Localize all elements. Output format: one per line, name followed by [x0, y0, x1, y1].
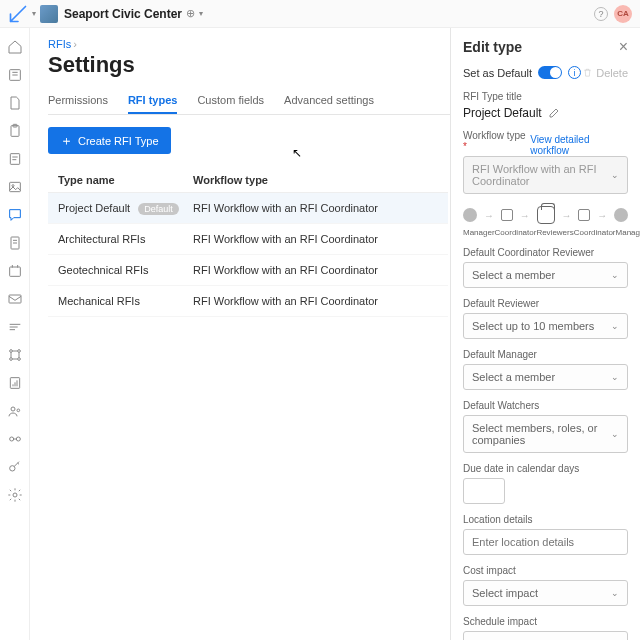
svg-point-9	[9, 350, 12, 353]
svg-point-15	[17, 409, 20, 412]
coord-reviewer-label: Default Coordinator Reviewer	[463, 247, 628, 258]
nav-rfi-icon[interactable]	[2, 202, 28, 228]
watchers-label: Default Watchers	[463, 400, 628, 411]
edit-icon[interactable]	[548, 107, 560, 119]
chevron-down-icon: ⌄	[611, 429, 619, 439]
create-rfi-type-button[interactable]: ＋ Create RFI Type	[48, 127, 171, 154]
breadcrumb-root[interactable]: RFIs	[48, 38, 71, 50]
arrow-icon: →	[597, 210, 607, 221]
svg-point-18	[9, 466, 14, 471]
due-date-label: Due date in calendar days	[463, 463, 628, 474]
workflow-labels: Manager Coordinator Reviewers Coordinato…	[463, 228, 628, 237]
wf-node-manager-start	[463, 208, 477, 222]
coord-reviewer-select[interactable]: Select a member⌄	[463, 262, 628, 288]
nav-members-icon[interactable]	[2, 398, 28, 424]
tab-custom-fields[interactable]: Custom fields	[197, 88, 264, 114]
project-name[interactable]: Seaport Civic Center	[64, 7, 182, 21]
topbar: ▾ Seaport Civic Center ⊕ ▾ ? CA	[0, 0, 640, 28]
reviewer-label: Default Reviewer	[463, 298, 628, 309]
table-row[interactable]: Project Default Default RFI Workflow wit…	[48, 193, 448, 224]
chevron-down-icon: ⌄	[611, 170, 619, 180]
create-button-label: Create RFI Type	[78, 135, 159, 147]
table-row[interactable]: Geotechnical RFIs RFI Workflow with an R…	[48, 255, 448, 286]
nav-key-icon[interactable]	[2, 454, 28, 480]
nav-clipboard-icon[interactable]	[2, 118, 28, 144]
default-badge: Default	[138, 203, 179, 215]
type-title-value: Project Default	[463, 106, 542, 120]
type-name: Architectural RFIs	[58, 233, 193, 245]
table-row[interactable]: Mechanical RFIs RFI Workflow with an RFI…	[48, 286, 448, 317]
nav-photos-icon[interactable]	[2, 174, 28, 200]
nav-forms-icon[interactable]	[2, 146, 28, 172]
project-caret[interactable]: ▾	[199, 9, 203, 18]
product-caret[interactable]: ▾	[32, 9, 36, 18]
workflow-name: RFI Workflow with an RFI Coordinator	[193, 295, 438, 307]
svg-point-17	[16, 437, 20, 441]
workflow-type-select[interactable]: RFI Workflow with an RFI Coordinator⌄	[463, 156, 628, 194]
manager-select[interactable]: Select a member⌄	[463, 364, 628, 390]
table-header: Type name Workflow type	[48, 168, 448, 193]
chevron-down-icon: ⌄	[611, 321, 619, 331]
svg-point-14	[11, 407, 15, 411]
nav-meetings-icon[interactable]	[2, 258, 28, 284]
manager-label: Default Manager	[463, 349, 628, 360]
help-icon[interactable]: ?	[594, 7, 608, 21]
schedule-impact-select[interactable]: Select impact⌄	[463, 631, 628, 640]
wf-node-coordinator-1	[501, 209, 513, 221]
chevron-down-icon: ⌄	[611, 372, 619, 382]
location-label: Location details	[463, 514, 628, 525]
svg-point-11	[9, 358, 12, 361]
arrow-icon: →	[520, 210, 530, 221]
info-icon[interactable]: i	[568, 66, 581, 79]
product-icon[interactable]	[8, 4, 28, 24]
svg-point-10	[17, 350, 20, 353]
table-row[interactable]: Architectural RFIs RFI Workflow with an …	[48, 224, 448, 255]
tab-rfi-types[interactable]: RFI types	[128, 88, 178, 114]
location-input[interactable]	[463, 529, 628, 555]
watchers-select[interactable]: Select members, roles, or companies⌄	[463, 415, 628, 453]
set-default-toggle[interactable]	[538, 66, 562, 79]
type-name: Mechanical RFIs	[58, 295, 193, 307]
svg-point-19	[13, 493, 17, 497]
nav-submittals-icon[interactable]	[2, 230, 28, 256]
view-workflow-link[interactable]: View detailed workflow	[530, 134, 628, 156]
nav-settings-icon[interactable]	[2, 482, 28, 508]
wf-node-reviewers	[537, 206, 555, 224]
schedule-impact-label: Schedule impact	[463, 616, 628, 627]
sidebar	[0, 28, 30, 640]
type-name: Project Default	[58, 202, 130, 214]
col-type-name[interactable]: Type name	[58, 174, 193, 186]
svg-rect-7	[9, 267, 20, 276]
close-icon[interactable]: ×	[619, 38, 628, 56]
svg-point-16	[9, 437, 13, 441]
svg-rect-8	[9, 295, 21, 303]
nav-home-icon[interactable]	[2, 34, 28, 60]
workflow-diagram: → → → →	[463, 206, 628, 224]
due-date-input[interactable]	[463, 478, 505, 504]
workflow-name: RFI Workflow with an RFI Coordinator	[193, 264, 438, 276]
cost-impact-label: Cost impact	[463, 565, 628, 576]
chevron-down-icon: ⌄	[611, 588, 619, 598]
reviewer-select[interactable]: Select up to 10 members⌄	[463, 313, 628, 339]
type-name: Geotechnical RFIs	[58, 264, 193, 276]
tab-advanced-settings[interactable]: Advanced settings	[284, 88, 374, 114]
user-avatar[interactable]: CA	[614, 5, 632, 23]
nav-reports-icon[interactable]	[2, 370, 28, 396]
type-title-label: RFI Type title	[463, 91, 628, 102]
col-workflow-type[interactable]: Workflow type	[193, 174, 438, 186]
panel-title: Edit type	[463, 39, 522, 55]
nav-schedule-icon[interactable]	[2, 314, 28, 340]
nav-sheets-icon[interactable]	[2, 62, 28, 88]
nav-bridge-icon[interactable]	[2, 426, 28, 452]
wf-node-manager-end	[614, 208, 628, 222]
workflow-type-label: Workflow type *	[463, 130, 530, 152]
nav-correspondence-icon[interactable]	[2, 286, 28, 312]
cost-impact-select[interactable]: Select impact⌄	[463, 580, 628, 606]
tab-permissions[interactable]: Permissions	[48, 88, 108, 114]
chevron-down-icon: ⌄	[611, 270, 619, 280]
plus-icon: ＋	[60, 134, 73, 147]
globe-icon: ⊕	[186, 7, 195, 20]
nav-files-icon[interactable]	[2, 90, 28, 116]
workflow-name: RFI Workflow with an RFI Coordinator	[193, 233, 438, 245]
nav-assets-icon[interactable]	[2, 342, 28, 368]
